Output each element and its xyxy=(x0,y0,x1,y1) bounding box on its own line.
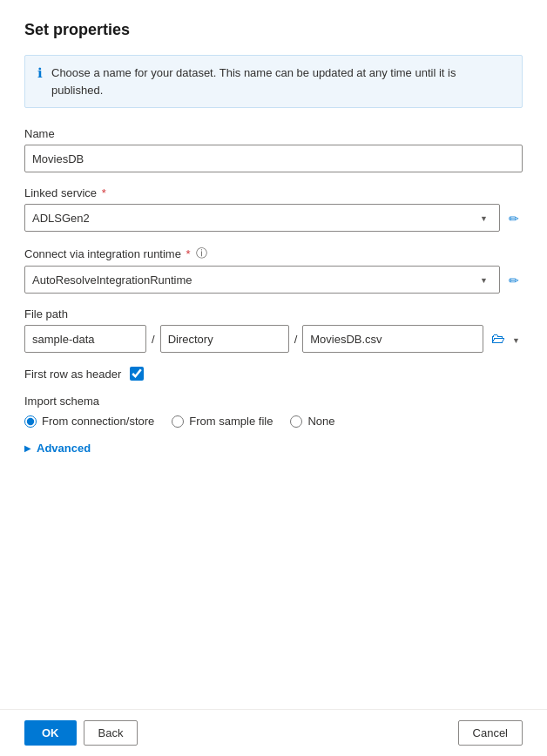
radio-connection-label: From connection/store xyxy=(42,415,154,428)
file-path-part3-input[interactable] xyxy=(302,325,483,353)
file-path-part2-input[interactable] xyxy=(160,325,289,353)
file-path-dropdown-button[interactable] xyxy=(510,329,523,348)
file-path-row: / / 🗁 xyxy=(24,325,523,353)
integration-runtime-select[interactable]: AutoResolveIntegrationRuntime xyxy=(24,266,500,294)
info-icon: ℹ xyxy=(37,65,43,81)
import-schema-section: Import schema From connection/store From… xyxy=(24,395,523,428)
pencil-icon xyxy=(509,211,519,226)
file-path-label: File path xyxy=(24,307,523,321)
integration-runtime-edit-button[interactable] xyxy=(505,271,523,289)
info-banner-text: Choose a name for your dataset. This nam… xyxy=(51,64,510,98)
page-container: Set properties ℹ Choose a name for your … xyxy=(0,0,547,756)
footer-bar: OK Back Cancel xyxy=(0,709,547,756)
linked-service-wrapper: ADLSGen2 xyxy=(24,204,523,232)
radio-none-label: None xyxy=(307,415,334,428)
first-row-header-checkbox[interactable] xyxy=(130,367,144,381)
file-path-buttons: 🗁 xyxy=(489,329,523,348)
linked-service-label: Linked service * xyxy=(24,186,523,199)
ok-button[interactable]: OK xyxy=(24,720,77,746)
radio-connection[interactable] xyxy=(24,415,37,428)
integration-runtime-group: Connect via integration runtime * ⓘ Auto… xyxy=(24,246,523,294)
radio-option-sample[interactable]: From sample file xyxy=(172,415,273,428)
linked-service-select[interactable]: ADLSGen2 xyxy=(24,204,500,232)
import-schema-radio-group: From connection/store From sample file N… xyxy=(24,415,523,428)
advanced-section[interactable]: ▶ Advanced xyxy=(24,442,523,455)
path-separator-2: / xyxy=(293,333,300,346)
integration-runtime-label: Connect via integration runtime * xyxy=(24,247,191,260)
back-button[interactable]: Back xyxy=(84,720,138,746)
file-path-part1-input[interactable] xyxy=(24,325,146,353)
file-path-chevron-icon xyxy=(512,331,520,347)
radio-option-connection[interactable]: From connection/store xyxy=(24,415,154,428)
pencil-icon-2 xyxy=(509,273,519,287)
first-row-header-label: First row as header xyxy=(24,368,121,381)
advanced-chevron-icon: ▶ xyxy=(24,443,31,453)
linked-service-group: Linked service * ADLSGen2 xyxy=(24,186,523,232)
first-row-header-group: First row as header xyxy=(24,367,523,381)
radio-sample-label: From sample file xyxy=(189,415,273,428)
folder-icon: 🗁 xyxy=(491,331,505,347)
info-banner: ℹ Choose a name for your dataset. This n… xyxy=(24,55,523,108)
advanced-label: Advanced xyxy=(37,442,91,455)
radio-sample[interactable] xyxy=(172,415,184,428)
footer-left: OK Back xyxy=(24,720,138,746)
runtime-info-icon: ⓘ xyxy=(196,246,207,261)
content-area: Set properties ℹ Choose a name for your … xyxy=(0,0,547,709)
import-schema-label: Import schema xyxy=(24,395,523,408)
integration-runtime-wrapper: AutoResolveIntegrationRuntime xyxy=(24,266,523,294)
file-browse-button[interactable]: 🗁 xyxy=(489,329,508,348)
file-path-group: File path / / 🗁 xyxy=(24,307,523,353)
name-input[interactable] xyxy=(24,145,523,172)
integration-runtime-label-row: Connect via integration runtime * ⓘ xyxy=(24,246,523,261)
cancel-button[interactable]: Cancel xyxy=(458,720,523,746)
page-title: Set properties xyxy=(24,21,523,39)
radio-option-none[interactable]: None xyxy=(290,415,334,428)
path-separator-1: / xyxy=(150,333,157,346)
name-group: Name xyxy=(24,127,523,172)
linked-service-edit-button[interactable] xyxy=(505,209,523,227)
name-label: Name xyxy=(24,127,523,140)
radio-none[interactable] xyxy=(290,415,302,428)
